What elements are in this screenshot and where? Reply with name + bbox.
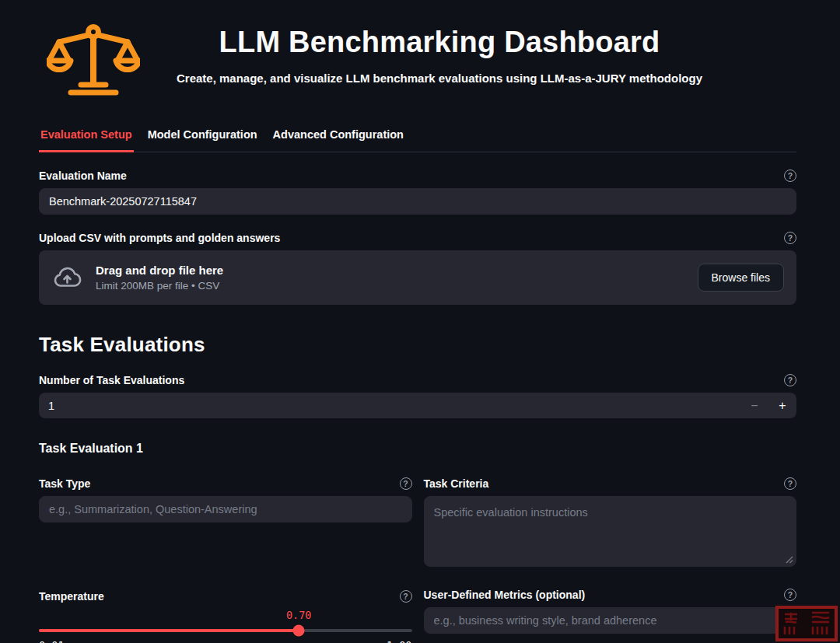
task-count-stepper[interactable]: 1 − +	[39, 393, 796, 418]
tab-advanced-configuration[interactable]: Advanced Configuration	[271, 127, 405, 152]
increment-button[interactable]: +	[768, 393, 796, 418]
textarea-resize-handle[interactable]	[786, 556, 793, 564]
task-type-input[interactable]	[39, 496, 412, 522]
tab-bar: Evaluation Setup Model Configuration Adv…	[39, 127, 796, 152]
evaluation-name-label: Evaluation Name	[39, 169, 127, 182]
tab-model-configuration[interactable]: Model Configuration	[146, 127, 259, 152]
temperature-min-label: 0.01	[39, 639, 65, 643]
temperature-value: 0.70	[286, 609, 312, 621]
temperature-label: Temperature	[39, 590, 104, 603]
user-metrics-column: User-Defined Metrics (optional)	[424, 568, 797, 643]
task-criteria-help-icon[interactable]	[784, 477, 796, 490]
temperature-help-icon[interactable]	[400, 590, 412, 603]
task-criteria-column: Task Criteria	[424, 457, 797, 567]
task-count-help-icon[interactable]	[784, 374, 796, 386]
main-content: Evaluation Setup Model Configuration Adv…	[0, 127, 840, 643]
evaluation-name-input[interactable]	[39, 188, 796, 215]
chinese-seal-watermark-icon	[775, 605, 838, 642]
task-count-value[interactable]: 1	[39, 393, 740, 418]
user-metrics-help-icon[interactable]	[784, 589, 796, 601]
task-evaluations-section-title: Task Evaluations	[39, 333, 796, 357]
tab-evaluation-setup[interactable]: Evaluation Setup	[39, 127, 134, 152]
task-evaluation-1-title: Task Evaluation 1	[39, 442, 796, 456]
user-metrics-input[interactable]	[424, 607, 797, 634]
task-criteria-textarea[interactable]	[424, 496, 797, 567]
dropzone-hint: Limit 200MB per file • CSV	[96, 280, 223, 292]
scales-of-justice-icon	[47, 19, 140, 100]
page-subtitle: Create, manage, and visualize LLM benchm…	[140, 72, 739, 85]
task-type-label: Task Type	[39, 477, 90, 490]
csv-dropzone[interactable]: Drag and drop file here Limit 200MB per …	[39, 250, 796, 305]
temperature-column: Temperature 0.70 0.01 1.00	[39, 570, 412, 643]
page-title: LLM Benchmarking Dashboard	[140, 26, 739, 59]
temperature-slider[interactable]	[39, 629, 412, 632]
app-header: LLM Benchmarking Dashboard Create, manag…	[0, 0, 840, 100]
cloud-upload-icon	[53, 267, 82, 288]
dropzone-title: Drag and drop file here	[96, 264, 223, 277]
temperature-slider-fill	[39, 629, 299, 632]
upload-csv-label: Upload CSV with prompts and golden answe…	[39, 232, 280, 244]
temperature-slider-thumb[interactable]	[293, 625, 305, 637]
task-type-help-icon[interactable]	[400, 477, 412, 490]
decrement-button[interactable]: −	[740, 393, 768, 418]
evaluation-name-help-icon[interactable]	[784, 169, 796, 182]
user-metrics-label: User-Defined Metrics (optional)	[424, 589, 586, 601]
task-count-label: Number of Task Evaluations	[39, 374, 184, 386]
temperature-max-label: 1.00	[387, 639, 412, 643]
browse-files-button[interactable]: Browse files	[698, 264, 784, 292]
task-type-column: Task Type	[39, 457, 412, 567]
task-criteria-label: Task Criteria	[424, 477, 489, 490]
upload-csv-help-icon[interactable]	[784, 232, 796, 244]
